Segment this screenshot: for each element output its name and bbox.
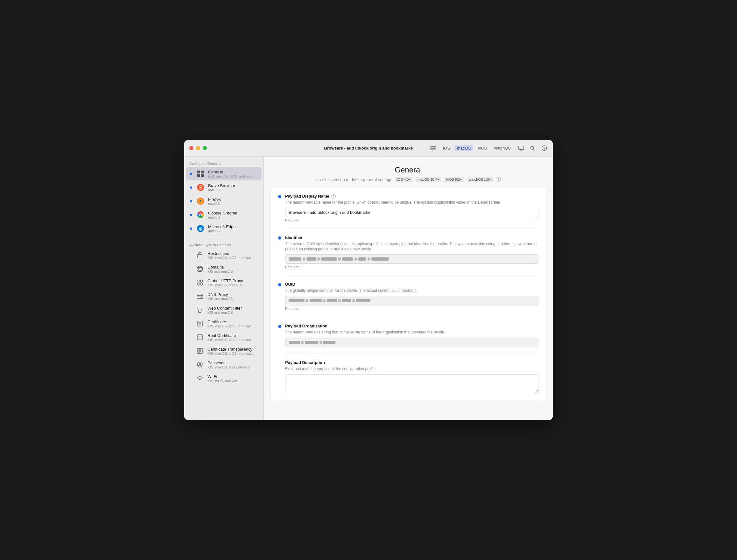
sidebar-root-cert-sub: iOS, macOS, tvOS, and wat...: [207, 338, 254, 342]
svg-point-55: [200, 352, 200, 353]
firefox-icon: [196, 197, 205, 206]
svg-rect-13: [197, 171, 200, 173]
sidebar-item-firefox[interactable]: Firefox macOS: [186, 194, 262, 208]
titlebar-center: Browsers - add ublock origin and bookmar…: [324, 146, 413, 151]
sidebar-edge-text: Microsoft Edge macOS: [208, 224, 236, 233]
svg-point-24: [200, 214, 201, 216]
platform-tab-macos[interactable]: macOS: [454, 145, 473, 151]
field-label-row-identifier: Identifier: [285, 235, 538, 240]
sidebar-web-filter-sub: iOS and macOS: [207, 311, 242, 314]
sidebar-firefox-sub: macOS: [208, 202, 221, 206]
available-domains-header: Available System Domains: [184, 241, 263, 248]
sidebar-item-dns-proxy[interactable]: DNS Proxy iOS and macOS: [186, 290, 262, 303]
field-label-row-uuid: UUID: [285, 282, 538, 287]
cert-transparency-icon: [195, 347, 204, 355]
field-description: Payload Description Explanation of the p…: [278, 360, 538, 395]
monitor-icon[interactable]: [518, 145, 525, 152]
field-organization: Payload Organization The human-readable …: [278, 324, 538, 347]
svg-point-5: [432, 149, 433, 151]
platform-tab-tvos[interactable]: tvOS: [475, 145, 489, 151]
field-desc-identifier: The reverse-DNS style identifier ('com.e…: [285, 241, 538, 252]
field-dot-organization: [278, 325, 281, 328]
sidebar-cert-transparency-sub: iOS, macOS, tvOS, and wat...: [207, 352, 254, 355]
certificate-icon: [195, 319, 204, 328]
maximize-button[interactable]: [203, 146, 207, 150]
field-identifier: Identifier The reverse-DNS style identif…: [278, 235, 538, 269]
filter-icon[interactable]: [430, 146, 436, 151]
sidebar-web-filter-text: Web Content Filter iOS and macOS: [207, 306, 242, 314]
field-content-description: Payload Description Explanation of the p…: [285, 360, 538, 395]
close-button[interactable]: [189, 146, 193, 150]
svg-point-51: [200, 339, 200, 339]
sidebar-dns-proxy-sub: iOS and macOS: [207, 297, 233, 301]
chrome-icon: [196, 210, 205, 219]
platform-tab-watchos[interactable]: watchOS: [491, 145, 513, 151]
sidebar-chrome-sub: macOS: [208, 215, 237, 219]
platform-tab-ios[interactable]: iOS: [440, 145, 453, 151]
field-divider-4: [285, 353, 538, 354]
sidebar-cert-transparency-name: Certificate Transparency: [207, 347, 254, 352]
minimize-button[interactable]: [196, 146, 200, 150]
section-help-icon[interactable]: ?: [496, 177, 501, 182]
sidebar-firefox-text: Firefox macOS: [208, 197, 221, 206]
version-badge-watchos: watchOS 1.0+: [467, 177, 493, 182]
field-desc-description: Explanation of the purpose of the config…: [285, 366, 538, 372]
sidebar-item-cert-transparency[interactable]: Certificate Transparency iOS, macOS, tvO…: [186, 344, 262, 358]
section-title: General: [277, 165, 540, 174]
sidebar-brave-sub: macOS: [208, 188, 235, 192]
field-input-identifier[interactable]: [285, 254, 538, 264]
sidebar: Configured Domains General iOS, macOS, t…: [184, 157, 264, 420]
field-label-uuid: UUID: [285, 282, 295, 287]
field-content-organization: Payload Organization The human-readable …: [285, 324, 538, 347]
help-icon[interactable]: ?: [541, 145, 548, 152]
svg-rect-49: [199, 336, 201, 337]
sidebar-brave-text: Brave Browser macOS: [208, 183, 235, 192]
field-input-organization[interactable]: [285, 338, 538, 347]
field-label-description: Payload Description: [285, 360, 325, 365]
svg-point-21: [200, 200, 201, 202]
sidebar-dns-proxy-name: DNS Proxy: [207, 292, 233, 297]
sidebar-item-root-cert[interactable]: Root Certificate iOS, macOS, tvOS, and w…: [186, 331, 262, 344]
field-content-uuid: UUID The globally unique identifier for …: [285, 282, 538, 311]
general-icon: [196, 169, 205, 178]
brave-browser-icon: [196, 183, 205, 192]
sidebar-item-passcode[interactable]: Passcode iOS, macOS, and watchOS: [186, 358, 262, 371]
sidebar-dot-firefox: [190, 200, 192, 202]
sidebar-item-web-filter[interactable]: Web Content Filter iOS and macOS: [186, 303, 262, 317]
field-required-display-name: Required: [285, 218, 538, 222]
sidebar-passcode-sub: iOS, macOS, and watchOS: [207, 365, 250, 369]
field-desc-uuid: The globally unique identifier for the p…: [285, 288, 538, 293]
root-certificate-icon: [195, 333, 204, 342]
sidebar-chrome-name: Google Chrome: [208, 211, 237, 215]
svg-line-10: [534, 149, 535, 151]
field-label-display-name: Payload Display Name: [285, 194, 329, 199]
svg-rect-26: [198, 255, 202, 258]
sidebar-edge-sub: macOS: [208, 229, 236, 233]
sidebar-item-http-proxy[interactable]: Global HTTP Proxy iOS, macOS, and tvOS: [186, 276, 262, 289]
svg-rect-14: [201, 171, 204, 173]
field-divider-3: [285, 317, 538, 317]
web-filter-icon: [195, 305, 204, 314]
sidebar-item-edge[interactable]: Microsoft Edge macOS: [186, 222, 262, 235]
svg-point-42: [201, 295, 202, 295]
sidebar-item-chrome[interactable]: Google Chrome macOS: [186, 208, 262, 221]
field-input-description[interactable]: [285, 374, 538, 393]
sidebar-item-certificate[interactable]: Certificate iOS, macOS, tvOS, and wat...: [186, 317, 262, 330]
edge-icon: [196, 224, 205, 233]
sidebar-item-domains[interactable]: Domains iOS and macOS: [186, 262, 262, 276]
search-icon[interactable]: [529, 145, 536, 152]
svg-point-57: [199, 363, 201, 365]
sidebar-item-brave[interactable]: Brave Browser macOS: [186, 181, 262, 194]
svg-point-3: [431, 146, 432, 147]
field-input-display-name[interactable]: [285, 208, 538, 217]
svg-rect-45: [199, 322, 201, 323]
sidebar-domains-text: Domains iOS and macOS: [207, 265, 233, 273]
sidebar-general-name: General: [208, 170, 255, 174]
field-help-display-name[interactable]: ?: [331, 194, 336, 199]
sidebar-edge-name: Microsoft Edge: [208, 224, 236, 229]
sidebar-item-wifi[interactable]: Wi-Fi iOS, tvOS, and wat...: [186, 372, 262, 385]
field-input-uuid[interactable]: [285, 296, 538, 305]
sidebar-item-general[interactable]: General iOS, macOS, tvOS, and wat...: [186, 167, 262, 180]
sidebar-root-cert-name: Root Certificate: [207, 333, 254, 338]
sidebar-item-restrictions[interactable]: Restrictions iOS, macOS, tvOS, and wat..…: [186, 249, 262, 262]
